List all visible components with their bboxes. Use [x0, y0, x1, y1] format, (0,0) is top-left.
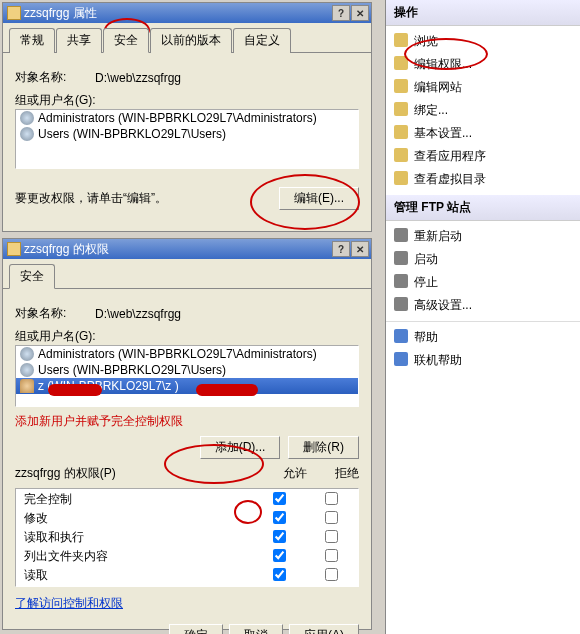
dialog1-titlebar: zzsqfrgg 属性 ? ✕	[3, 3, 371, 23]
ok-button[interactable]: 确定	[169, 624, 223, 634]
action-item[interactable]: 编辑权限...	[386, 53, 580, 76]
deny-checkbox[interactable]	[325, 492, 338, 505]
action-icon	[394, 329, 408, 343]
perm-name: 列出文件夹内容	[18, 548, 252, 565]
tab-custom[interactable]: 自定义	[233, 28, 291, 53]
action-icon	[394, 352, 408, 366]
group-icon	[20, 363, 34, 377]
action-item[interactable]: 重新启动	[386, 225, 580, 248]
perm-header: zzsqfrgg 的权限(P)	[15, 465, 116, 482]
perm-row: 读取和执行	[18, 529, 356, 546]
allow-header: 允许	[283, 466, 307, 480]
remove-button[interactable]: 删除(R)	[288, 436, 359, 459]
edit-hint: 要更改权限，请单击“编辑”。	[15, 190, 167, 207]
deny-checkbox[interactable]	[325, 549, 338, 562]
perm-row: 完全控制	[18, 491, 356, 508]
apply-button[interactable]: 应用(A)	[289, 624, 359, 634]
action-item[interactable]: 浏览	[386, 30, 580, 53]
perm-name: 读取	[18, 567, 252, 584]
dialog1-title: zzsqfrgg 属性	[24, 5, 97, 22]
action-item[interactable]: 帮助	[386, 326, 580, 349]
action-icon	[394, 251, 408, 265]
perm-name: 完全控制	[18, 491, 252, 508]
action-item[interactable]: 编辑网站	[386, 76, 580, 99]
action-icon	[394, 79, 408, 93]
group-users-label: 组或用户名(G):	[15, 328, 359, 345]
list-item[interactable]: Administrators (WIN-BPBRKLO29L7\Administ…	[16, 346, 358, 362]
perm-row: 列出文件夹内容	[18, 548, 356, 565]
allow-checkbox[interactable]	[273, 492, 286, 505]
perm-name: 读取和执行	[18, 529, 252, 546]
dialog2-title: zzsqfrgg 的权限	[24, 241, 109, 258]
actions-panel: 操作 浏览编辑权限...编辑网站绑定...基本设置...查看应用程序查看虚拟目录…	[385, 0, 580, 634]
group-icon	[20, 111, 34, 125]
edit-button[interactable]: 编辑(E)...	[279, 187, 359, 210]
add-button[interactable]: 添加(D)...	[200, 436, 281, 459]
learn-link[interactable]: 了解访问控制和权限	[15, 596, 123, 610]
list-item-selected[interactable]: z (WIN-BPBRKLO29L7\z )	[16, 378, 358, 394]
allow-checkbox[interactable]	[273, 530, 286, 543]
action-item[interactable]: 停止	[386, 271, 580, 294]
action-item[interactable]: 查看虚拟目录	[386, 168, 580, 191]
help-button[interactable]: ?	[332, 241, 350, 257]
user-icon	[20, 379, 34, 393]
close-button[interactable]: ✕	[351, 241, 369, 257]
manage-ftp-header: 管理 FTP 站点	[386, 195, 580, 221]
action-item[interactable]: 查看应用程序	[386, 145, 580, 168]
deny-header: 拒绝	[335, 466, 359, 480]
close-button[interactable]: ✕	[351, 5, 369, 21]
folder-icon	[7, 242, 21, 256]
allow-checkbox[interactable]	[273, 511, 286, 524]
action-icon	[394, 228, 408, 242]
object-name-value: D:\web\zzsqfrgg	[95, 307, 181, 321]
allow-checkbox[interactable]	[273, 549, 286, 562]
object-name-label: 对象名称:	[15, 69, 95, 86]
permissions-table: 完全控制修改读取和执行列出文件夹内容读取	[15, 488, 359, 587]
action-item[interactable]: 启动	[386, 248, 580, 271]
perm-row: 读取	[18, 567, 356, 584]
deny-checkbox[interactable]	[325, 511, 338, 524]
tab-general[interactable]: 常规	[9, 28, 55, 53]
perm-name: 修改	[18, 510, 252, 527]
action-icon	[394, 148, 408, 162]
action-icon	[394, 33, 408, 47]
help-button[interactable]: ?	[332, 5, 350, 21]
deny-checkbox[interactable]	[325, 530, 338, 543]
group-icon	[20, 347, 34, 361]
action-item[interactable]: 基本设置...	[386, 122, 580, 145]
group-icon	[20, 127, 34, 141]
perm-row: 修改	[18, 510, 356, 527]
tab-sharing[interactable]: 共享	[56, 28, 102, 53]
action-icon	[394, 102, 408, 116]
tab-security[interactable]: 安全	[9, 264, 55, 289]
list-item[interactable]: Users (WIN-BPBRKLO29L7\Users)	[16, 362, 358, 378]
user-list[interactable]: Administrators (WIN-BPBRKLO29L7\Administ…	[15, 345, 359, 407]
action-item[interactable]: 高级设置...	[386, 294, 580, 317]
action-item[interactable]: 联机帮助	[386, 349, 580, 372]
list-item[interactable]: Administrators (WIN-BPBRKLO29L7\Administ…	[16, 110, 358, 126]
annotation-note: 添加新用户并赋予完全控制权限	[15, 413, 359, 430]
tab-security[interactable]: 安全	[103, 28, 149, 53]
list-item[interactable]: Users (WIN-BPBRKLO29L7\Users)	[16, 126, 358, 142]
tab-previous[interactable]: 以前的版本	[150, 28, 232, 53]
object-name-label: 对象名称:	[15, 305, 95, 322]
action-icon	[394, 171, 408, 185]
object-name-value: D:\web\zzsqfrgg	[95, 71, 181, 85]
action-icon	[394, 297, 408, 311]
action-icon	[394, 274, 408, 288]
allow-checkbox[interactable]	[273, 568, 286, 581]
user-list[interactable]: Administrators (WIN-BPBRKLO29L7\Administ…	[15, 109, 359, 169]
dialog2-titlebar: zzsqfrgg 的权限 ? ✕	[3, 239, 371, 259]
action-icon	[394, 56, 408, 70]
action-item[interactable]: 绑定...	[386, 99, 580, 122]
action-icon	[394, 125, 408, 139]
actions-header: 操作	[386, 0, 580, 26]
folder-icon	[7, 6, 21, 20]
group-users-label: 组或用户名(G):	[15, 92, 359, 109]
cancel-button[interactable]: 取消	[229, 624, 283, 634]
deny-checkbox[interactable]	[325, 568, 338, 581]
